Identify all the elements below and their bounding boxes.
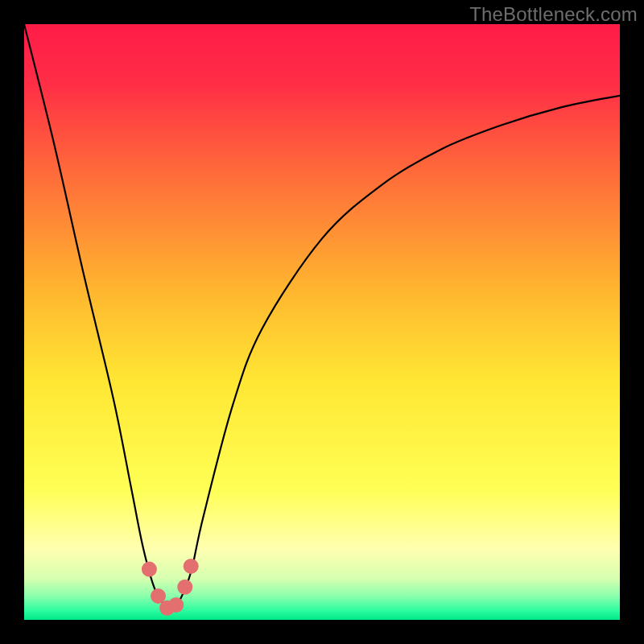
curve-layer: [24, 24, 620, 620]
marker-point: [184, 559, 199, 574]
marker-point: [177, 580, 192, 595]
highlight-markers: [142, 559, 199, 616]
bottleneck-curve: [24, 24, 620, 609]
marker-point: [142, 562, 157, 577]
marker-point: [168, 597, 184, 613]
watermark-text: TheBottleneck.com: [469, 3, 638, 26]
chart-frame: TheBottleneck.com: [0, 0, 644, 644]
plot-area: [24, 24, 620, 620]
